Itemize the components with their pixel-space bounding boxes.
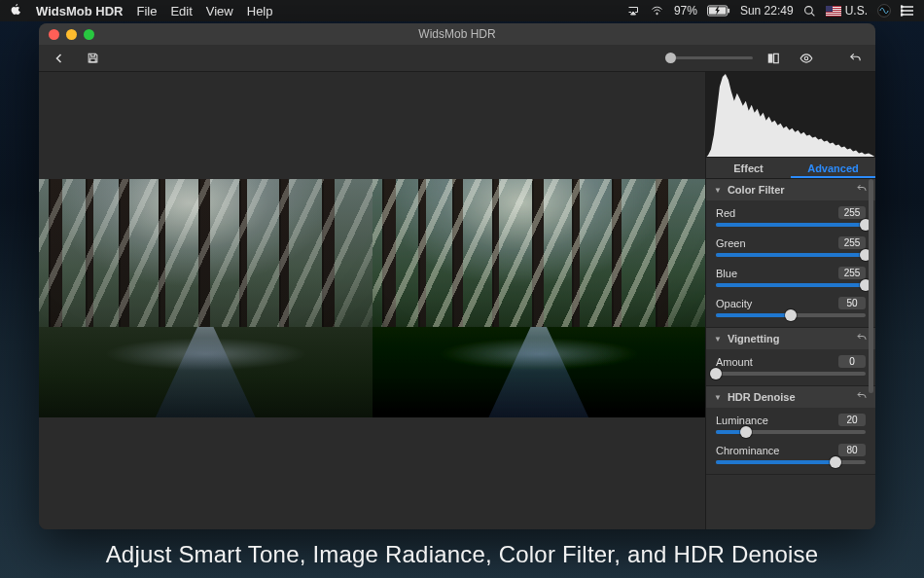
control-opacity: Opacity 50 xyxy=(716,297,866,317)
tab-advanced[interactable]: Advanced xyxy=(791,158,875,178)
svg-rect-10 xyxy=(826,14,841,15)
window-minimize-button[interactable] xyxy=(66,29,77,40)
disclosure-triangle-icon: ▼ xyxy=(714,393,722,402)
reset-hdr-denoise-button[interactable] xyxy=(856,390,868,404)
svg-rect-15 xyxy=(826,13,841,14)
window-titlebar: WidsMob HDR xyxy=(39,23,875,45)
spotlight-icon[interactable] xyxy=(803,5,816,18)
histogram xyxy=(706,72,875,158)
slider-green[interactable] xyxy=(716,253,866,257)
disclosure-triangle-icon: ▼ xyxy=(714,335,722,343)
svg-rect-9 xyxy=(826,12,841,13)
svg-rect-27 xyxy=(774,54,779,62)
label-blue: Blue xyxy=(716,268,737,279)
back-button[interactable] xyxy=(47,48,72,69)
svg-point-22 xyxy=(901,6,903,8)
save-button[interactable] xyxy=(80,48,105,69)
mac-menubar: WidsMob HDR File Edit View Help 97% Sun … xyxy=(0,0,924,21)
value-luminance[interactable]: 20 xyxy=(838,414,866,426)
svg-point-23 xyxy=(901,10,903,12)
section-vignetting: ▼ Vignetting Amount 0 xyxy=(706,328,875,386)
slider-chrominance[interactable] xyxy=(716,460,866,464)
window-close-button[interactable] xyxy=(49,29,59,40)
control-blue: Blue 255 xyxy=(716,267,866,287)
value-amount[interactable]: 0 xyxy=(838,355,866,368)
label-amount: Amount xyxy=(716,356,753,368)
control-chrominance: Chrominance 80 xyxy=(716,444,866,464)
toolbar xyxy=(39,45,875,72)
slider-amount[interactable] xyxy=(716,372,866,376)
panel-tabs: Effect Advanced xyxy=(706,158,875,179)
before-after-preview xyxy=(39,179,705,417)
slider-red[interactable] xyxy=(716,223,866,227)
slider-blue[interactable] xyxy=(716,283,866,287)
preview-before xyxy=(39,179,373,417)
menubar-app-name[interactable]: WidsMob HDR xyxy=(36,4,123,18)
input-source-flag[interactable]: U.S. xyxy=(826,4,868,18)
svg-point-4 xyxy=(804,6,812,14)
slider-opacity[interactable] xyxy=(716,313,866,317)
preview-eye-button[interactable] xyxy=(794,48,819,69)
slider-thumb[interactable] xyxy=(830,456,841,468)
app-window: WidsMob HDR xyxy=(39,23,875,529)
battery-icon[interactable] xyxy=(707,5,730,17)
airplay-icon[interactable] xyxy=(626,5,640,17)
label-green: Green xyxy=(716,237,746,249)
section-header-hdr-denoise[interactable]: ▼ HDR Denoise xyxy=(706,386,875,408)
adjustments-panel: Effect Advanced ▼ Color Filter xyxy=(705,72,875,529)
svg-point-24 xyxy=(901,14,903,16)
label-opacity: Opacity xyxy=(716,298,752,309)
siri-icon[interactable] xyxy=(877,4,891,18)
svg-rect-16 xyxy=(826,15,841,16)
menubar-clock[interactable]: Sun 22:49 xyxy=(740,4,794,18)
undo-button[interactable] xyxy=(842,48,868,69)
tab-effect[interactable]: Effect xyxy=(706,158,791,178)
svg-rect-3 xyxy=(728,9,729,14)
reset-vignetting-button[interactable] xyxy=(856,332,868,345)
image-canvas[interactable] xyxy=(39,72,705,529)
section-header-vignetting[interactable]: ▼ Vignetting xyxy=(706,328,875,349)
slider-thumb[interactable] xyxy=(785,309,797,321)
scrollbar-thumb[interactable] xyxy=(869,179,873,393)
zoom-slider-thumb[interactable] xyxy=(665,53,676,63)
panel-scrollbar[interactable] xyxy=(869,179,873,529)
reset-color-filter-button[interactable] xyxy=(856,183,868,197)
value-opacity[interactable]: 50 xyxy=(838,297,866,309)
section-title: HDR Denoise xyxy=(728,391,796,403)
value-red[interactable]: 255 xyxy=(838,206,866,219)
section-header-color-filter[interactable]: ▼ Color Filter xyxy=(706,179,875,200)
control-red: Red 255 xyxy=(716,206,866,227)
section-hdr-denoise: ▼ HDR Denoise Luminance 20 xyxy=(706,386,875,475)
battery-percent: 97% xyxy=(674,4,697,18)
control-green: Green 255 xyxy=(716,236,866,257)
section-title: Color Filter xyxy=(728,184,785,196)
menu-view[interactable]: View xyxy=(206,4,233,18)
window-zoom-button[interactable] xyxy=(84,29,94,40)
value-chrominance[interactable]: 80 xyxy=(838,444,866,456)
menu-edit[interactable]: Edit xyxy=(170,4,192,18)
slider-thumb[interactable] xyxy=(710,368,722,379)
control-vignette-amount: Amount 0 xyxy=(716,355,866,376)
zoom-slider[interactable] xyxy=(665,56,753,59)
apple-icon[interactable] xyxy=(10,3,22,18)
control-luminance: Luminance 20 xyxy=(716,414,866,434)
value-green[interactable]: 255 xyxy=(838,236,866,249)
label-chrominance: Chrominance xyxy=(716,445,779,456)
label-luminance: Luminance xyxy=(716,415,768,426)
slider-luminance[interactable] xyxy=(716,430,866,434)
menu-file[interactable]: File xyxy=(136,4,157,18)
label-red: Red xyxy=(716,207,735,219)
compare-button[interactable] xyxy=(761,48,786,69)
svg-rect-17 xyxy=(826,6,833,12)
svg-point-0 xyxy=(657,13,658,15)
svg-rect-26 xyxy=(768,54,773,62)
svg-marker-29 xyxy=(706,74,875,157)
wifi-icon[interactable] xyxy=(650,5,664,17)
slider-thumb[interactable] xyxy=(740,426,752,438)
svg-rect-11 xyxy=(826,16,841,17)
menu-help[interactable]: Help xyxy=(247,4,273,18)
window-title: WidsMob HDR xyxy=(39,27,875,41)
value-blue[interactable]: 255 xyxy=(838,267,866,279)
preview-after xyxy=(373,179,706,417)
notification-center-icon[interactable] xyxy=(901,5,914,17)
